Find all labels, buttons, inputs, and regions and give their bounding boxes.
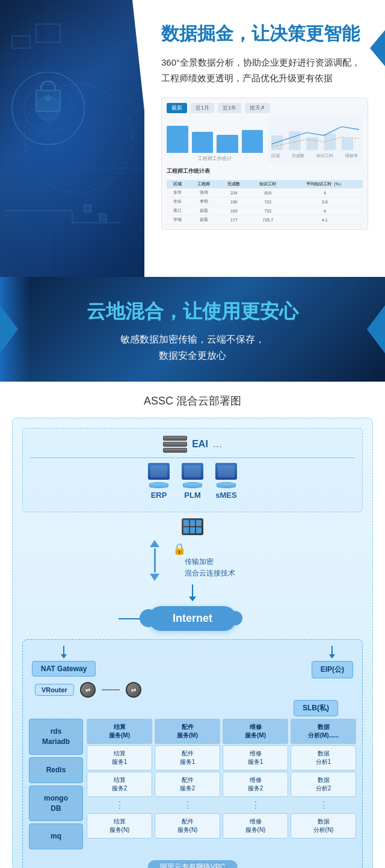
arrow-shaft	[154, 548, 156, 572]
data-mining-content: 数据掘金，让决策更智能 360°全景数据分析，协助企业更好进行资源调配，工程师绩…	[144, 0, 385, 277]
tab-latest[interactable]: 最新	[167, 103, 187, 113]
service-cell-1-1: 结算服务1	[87, 745, 152, 770]
eip-section: EIP(公)	[312, 646, 353, 678]
gw-dot	[183, 527, 189, 533]
nat-gateway-box: NAT Gateway	[32, 661, 96, 677]
mq-label: mq	[51, 832, 61, 840]
dot-3: ⋮	[223, 799, 288, 811]
divider	[30, 457, 355, 458]
redis-label: Redis	[46, 766, 66, 774]
dashboard-charts: 工程师工作统计	[167, 117, 363, 163]
cell: 177	[219, 215, 249, 225]
service-header-4: 数据分析(M)......	[291, 719, 356, 744]
smes-label: sMES	[215, 491, 236, 500]
mini-data-labels: 区域完成数知识工时绩效率	[271, 153, 359, 159]
table-row: 东华 张伟 234 816 4	[167, 188, 363, 197]
svg-rect-17	[289, 131, 300, 150]
triangle-left	[0, 305, 18, 353]
to-internet-arrow	[22, 584, 363, 601]
svg-rect-7	[12, 36, 30, 48]
internet-cloud-container: Internet	[149, 606, 236, 631]
cell: 4.1	[287, 215, 363, 225]
table-row: 华地 赵磊 177 725.7 4.1	[167, 215, 363, 225]
col-region: 区域	[167, 180, 189, 188]
service-row-1: 结算服务1 配件服务1 维修服务1 数据分析1	[87, 745, 356, 770]
service-row-n: 结算服务(N) 配件服务(N) 维修服务(N) 数据分析(N)	[87, 813, 356, 839]
cell: 732	[249, 206, 287, 215]
arrow-head	[189, 597, 196, 601]
dots-row: ⋮ ⋮ ⋮ ⋮	[87, 798, 356, 812]
rds-mariadb-box: rdsMariadb	[29, 719, 83, 755]
plm-icon-inner	[184, 465, 201, 477]
dashboard-table: 工程师工作统计表 区域 工程师 完成数 知识工时 平均知识工时（%）	[167, 167, 363, 225]
arrow-line-down	[192, 584, 193, 597]
server-rack-2	[163, 442, 187, 447]
router-icon-1: ⇄	[80, 682, 96, 698]
chart-label: 工程师工作统计	[167, 155, 263, 162]
plm-item: PLM	[182, 463, 203, 500]
gateway-row	[22, 518, 363, 535]
apps-row: ERP PLM sMES	[30, 463, 355, 500]
table-title: 工程师工作统计表	[167, 167, 363, 175]
erp-label: ERP	[151, 491, 167, 500]
bar-4	[242, 130, 263, 153]
svg-rect-20	[342, 138, 353, 150]
deployment-diagram: EAI ... ERP	[12, 418, 373, 868]
cell: 725.7	[249, 215, 287, 225]
tab-year[interactable]: 近1年	[218, 103, 241, 113]
cell: 华地	[167, 215, 189, 225]
cell: 190	[219, 197, 249, 206]
server-rack-3	[163, 448, 187, 453]
section-cloud: 云地混合，让使用更安心 敏感数据加密传输，云端不保存， 数据安全更放心 ASSC…	[0, 277, 385, 868]
smes-item: sMES	[215, 463, 237, 500]
arrow-down	[329, 654, 335, 659]
mongodb-label: mongoDB	[44, 794, 68, 813]
services-layout: rdsMariadb Redis mongoDB mq	[29, 719, 356, 867]
cloud-header: 云地混合，让使用更安心 敏感数据加密传输，云端不保存， 数据安全更放心	[0, 277, 385, 382]
dot-4: ⋮	[291, 799, 356, 811]
server-rack-1	[163, 436, 187, 441]
tab-day[interactable]: 按天✗	[245, 103, 270, 113]
cell: 张伟	[189, 188, 219, 197]
section-data-mining: 数据掘金，让决策更智能 360°全景数据分析，协助企业更好进行资源调配，工程师绩…	[0, 0, 385, 277]
col-engineer: 工程师	[189, 180, 219, 188]
arrow-line-h	[119, 618, 143, 619]
right-services: 结算服务(M) 配件服务(M) 维修服务(M) 数据分析(M)...... 结算…	[87, 719, 356, 849]
cell: 珠江	[167, 206, 189, 215]
service-cell-2-4: 数据分析2	[291, 772, 356, 797]
line-chart: 区域完成数知识工时绩效率	[268, 117, 363, 163]
svg-rect-19	[324, 134, 336, 150]
cell: 东华	[167, 188, 189, 197]
transfer-label-1: 传输加密	[185, 557, 235, 567]
service-cell-2-2: 配件服务2	[155, 772, 220, 797]
service-cell-1-4: 数据分析1	[291, 745, 356, 770]
dashboard-tabs: 最新 近1月 近1年 按天✗	[167, 103, 363, 113]
service-cell-2-3: 维修服务2	[223, 772, 288, 797]
internet-label: Internet	[173, 612, 212, 624]
plm-label: PLM	[184, 491, 200, 500]
eai-dots: ...	[213, 438, 222, 450]
eai-label: EAI	[192, 439, 208, 450]
dashboard-mockup: 最新 近1月 近1年 按天✗ 工程师工作统计	[161, 98, 368, 230]
triangle-right	[367, 305, 385, 353]
arrow-line	[331, 646, 333, 654]
erp-icon	[148, 463, 170, 480]
cell: 赵磊	[189, 215, 219, 225]
cloud-desc1: 敏感数据加密传输，云端不保存，	[24, 331, 361, 347]
bar-1	[167, 126, 188, 153]
tab-month[interactable]: 近1月	[191, 103, 214, 113]
bar-chart-bars	[167, 117, 263, 153]
eai-row: EAI ...	[30, 436, 355, 453]
cloud-title: 云地混合，让使用更安心	[24, 299, 361, 325]
smes-icon-inner	[218, 465, 235, 477]
service-header-row: 结算服务(M) 配件服务(M) 维修服务(M) 数据分析(M)......	[87, 719, 356, 744]
gw-dot	[196, 520, 202, 526]
deployment-section: ASSC 混合云部署图 EAI ...	[0, 382, 385, 868]
rds-label: rdsMariadb	[42, 727, 70, 746]
cell: 李明	[189, 197, 219, 206]
service-header-1: 结算服务(M)	[87, 719, 152, 744]
bar-3	[217, 135, 238, 153]
nat-eip-section: NAT Gateway EIP(公)	[29, 646, 356, 678]
onpremise-zone: EAI ... ERP	[22, 428, 363, 512]
transfer-section: 🔒 传输加密 混合云连接技术	[22, 540, 363, 581]
